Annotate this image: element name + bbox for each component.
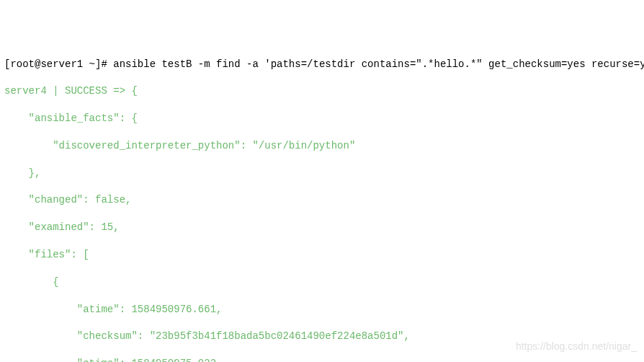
output-line: "atime": 1584950976.661, [4, 303, 640, 317]
output-line: { [4, 275, 640, 289]
output-line: "ctime": 1584950975.022, [4, 357, 640, 362]
output-header: server4 | SUCCESS => { [4, 84, 640, 98]
output-line: "examined": 15, [4, 221, 640, 234]
output-line: "ansible_facts": { [4, 112, 640, 125]
output-line: "checksum": "23b95f3b41f18bada5bc0246149… [4, 330, 640, 343]
command-text: ansible testB -m find -a 'paths=/testdir… [113, 58, 644, 70]
output-line: "discovered_interpreter_python": "/usr/b… [4, 139, 640, 153]
output-line: "changed": false, [4, 193, 640, 207]
output-line: "files": [ [4, 248, 640, 262]
command-line: [root@server1 ~]# ansible testB -m find … [4, 58, 640, 71]
shell-prompt: [root@server1 ~]# [4, 58, 113, 70]
output-line: }, [4, 167, 640, 180]
